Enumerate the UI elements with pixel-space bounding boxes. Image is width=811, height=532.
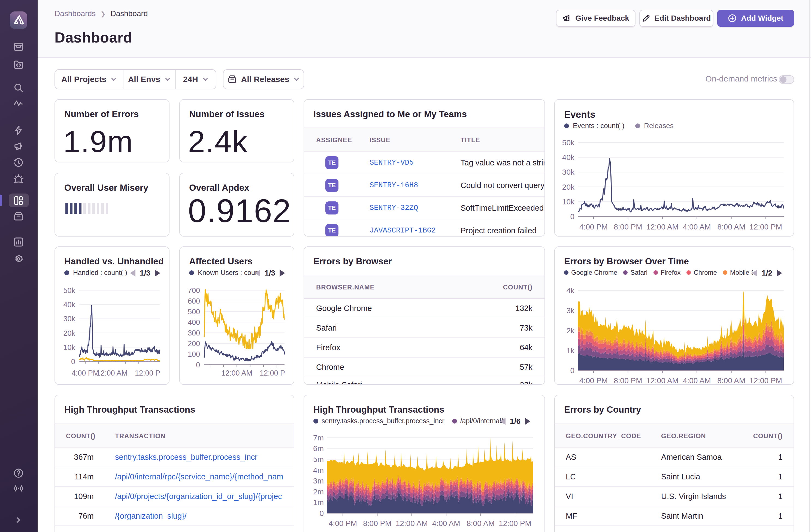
svg-text:4:00 AM: 4:00 AM [683,376,711,385]
svg-text:3m: 3m [313,477,324,485]
svg-text:40k: 40k [63,301,75,309]
svg-text:10k: 10k [63,344,75,352]
svg-text:20k: 20k [63,329,75,337]
svg-text:6m: 6m [313,444,324,453]
svg-text:50k: 50k [63,286,75,294]
svg-text:12:00 AM: 12:00 AM [646,223,678,231]
svg-text:8:00 PM: 8:00 PM [363,519,391,528]
svg-text:0: 0 [570,366,575,375]
svg-text:1m: 1m [313,498,324,507]
svg-text:400: 400 [188,318,200,326]
svg-text:8:00 PM: 8:00 PM [614,376,642,385]
svg-text:12:00 P: 12:00 P [135,369,160,377]
svg-text:8:00 AM: 8:00 AM [717,376,745,385]
svg-text:600: 600 [188,297,200,305]
svg-text:12:00 P: 12:00 P [260,369,285,377]
svg-text:0: 0 [71,358,75,366]
svg-text:0: 0 [196,361,200,369]
svg-text:50k: 50k [562,138,575,147]
svg-text:0: 0 [319,509,324,518]
svg-text:20k: 20k [562,183,575,191]
svg-text:4:00 AM: 4:00 AM [683,223,711,231]
svg-text:0: 0 [570,212,575,221]
svg-text:30k: 30k [562,168,575,176]
svg-text:3k: 3k [566,306,575,315]
svg-text:300: 300 [188,329,200,337]
svg-text:8:00 AM: 8:00 AM [717,223,745,231]
svg-text:30k: 30k [63,315,75,323]
svg-text:12:00 PM: 12:00 PM [749,223,782,231]
svg-text:40k: 40k [562,153,575,162]
svg-text:500: 500 [188,308,200,316]
svg-text:12:00 PM: 12:00 PM [499,519,531,528]
svg-text:1k: 1k [566,346,575,355]
svg-text:2m: 2m [313,488,324,496]
svg-text:4:00 PM: 4:00 PM [328,519,357,528]
svg-text:200: 200 [188,339,200,348]
svg-text:4:00 PM: 4:00 PM [579,223,608,231]
svg-text:4m: 4m [313,466,324,474]
svg-text:12:00 AM: 12:00 AM [221,369,253,377]
svg-text:700: 700 [188,286,200,294]
svg-text:4:00 PM: 4:00 PM [72,369,99,377]
svg-text:100: 100 [188,350,200,359]
svg-text:4:00 PM: 4:00 PM [579,376,608,385]
svg-text:12:00 AM: 12:00 AM [646,376,678,385]
svg-text:12:00 AM: 12:00 AM [396,519,428,528]
svg-text:2k: 2k [566,326,575,335]
svg-text:8:00 PM: 8:00 PM [614,223,642,231]
svg-text:4k: 4k [566,286,575,295]
svg-text:12:00 AM: 12:00 AM [96,369,127,377]
svg-text:10k: 10k [562,198,575,206]
svg-text:5m: 5m [313,455,324,463]
svg-text:4:00 AM: 4:00 AM [432,519,460,528]
svg-text:8:00 AM: 8:00 AM [466,519,495,528]
svg-text:12:00 PM: 12:00 PM [749,376,782,385]
svg-text:7m: 7m [313,434,324,442]
